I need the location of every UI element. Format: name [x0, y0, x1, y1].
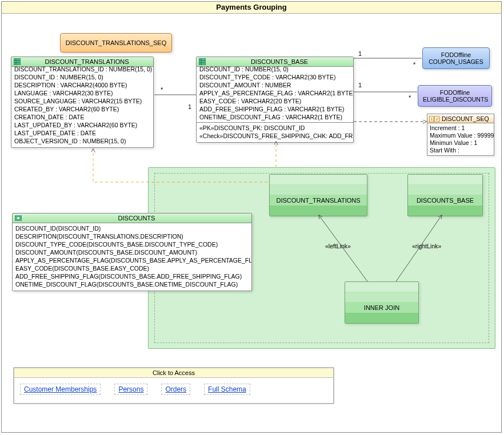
entity-header: DISCOUNTS: [13, 214, 251, 223]
right-link-label: «rightLink»: [412, 243, 441, 249]
mult-star: *: [409, 94, 411, 101]
ref-line1: FODOffline: [427, 51, 485, 58]
seq-body: Increment : 1 Maximum Value : 9999999 Mi…: [427, 123, 494, 155]
click-panel-title: Click to Access: [14, 368, 333, 378]
entity-title: DISCOUNT_TRANSLATIONS: [23, 58, 151, 65]
entity-columns: DISCOUNT_ID(DISCOUNT_ID) DESCRIPTION(DIS…: [13, 223, 251, 291]
entity-title: DISCOUNTS_BASE: [208, 58, 351, 65]
mult-one: 1: [358, 50, 362, 57]
entity-discount-translations[interactable]: DISCOUNT_TRANSLATIONS DISCOUNT_TRANSLATI…: [11, 57, 154, 148]
entity-title: DISCOUNTS: [24, 215, 249, 221]
mult-one: 1: [358, 82, 362, 88]
seq-header: 12 DISCOUNT_SEQ: [427, 114, 494, 123]
entity-discounts-base[interactable]: DISCOUNTS_BASE DISCOUNT_ID : NUMBER(15, …: [196, 57, 354, 143]
mult-star: *: [161, 86, 163, 93]
click-panel-body: Customer Memberships Persons Orders Full…: [14, 378, 333, 403]
left-link-label: «leftLink»: [325, 243, 351, 249]
mult-star: *: [413, 61, 415, 68]
ref-coupon-usages[interactable]: FODOffline COUPON_USAGES: [422, 47, 490, 69]
table-icon: [199, 58, 206, 65]
join-box-label: INNER JOIN: [345, 303, 418, 313]
diagram-title: Payments Grouping: [2, 2, 501, 14]
click-to-access-panel: Click to Access Customer Memberships Per…: [13, 367, 334, 404]
entity-columns: DISCOUNT_ID : NUMBER(15, 0) DISCOUNT_TYP…: [197, 64, 353, 142]
discount-seq-detail[interactable]: 12 DISCOUNT_SEQ Increment : 1 Maximum Va…: [427, 114, 494, 156]
diagram-frame: Payments Grouping DISCOUNT_TRANSLATIONS_…: [1, 1, 502, 433]
entity-columns: DISCOUNT_TRANSLATIONS_ID : NUMBER(15, 0)…: [11, 64, 153, 147]
discount-translations-seq[interactable]: DISCOUNT_TRANSLATIONS_SEQ: [60, 33, 172, 53]
link-persons[interactable]: Persons: [114, 384, 147, 395]
table-icon: [14, 58, 21, 65]
mult-one: 1: [188, 103, 191, 110]
join-box-discount-translations[interactable]: DISCOUNT_TRANSLATIONS: [269, 174, 367, 216]
sequence-icon: 12: [429, 115, 440, 122]
link-full-schema[interactable]: Full Schema: [204, 384, 250, 395]
svg-rect-0: [14, 58, 21, 65]
join-box-label: DISCOUNTS_BASE: [408, 195, 482, 206]
ref-line2: COUPON_USAGES: [427, 58, 485, 65]
join-box-inner-join[interactable]: INNER JOIN: [345, 281, 419, 324]
seq-title: DISCOUNT_SEQ: [442, 115, 489, 122]
view-icon: [15, 215, 22, 221]
link-orders[interactable]: Orders: [161, 384, 190, 395]
ref-line1: FODOffline: [423, 89, 487, 96]
ref-eligible-discounts[interactable]: FODOffline ELIGIBLE_DISCOUNTS: [418, 85, 492, 107]
seq-label: DISCOUNT_TRANSLATIONS_SEQ: [66, 39, 166, 46]
svg-point-9: [17, 217, 19, 219]
join-box-discounts-base[interactable]: DISCOUNTS_BASE: [407, 174, 483, 216]
svg-rect-4: [199, 58, 206, 65]
ref-line2: ELIGIBLE_DISCOUNTS: [423, 96, 487, 103]
join-box-label: DISCOUNT_TRANSLATIONS: [270, 195, 367, 206]
entity-discounts-view[interactable]: DISCOUNTS DISCOUNT_ID(DISCOUNT_ID) DESCR…: [12, 213, 252, 291]
link-customer-memberships[interactable]: Customer Memberships: [20, 384, 101, 395]
